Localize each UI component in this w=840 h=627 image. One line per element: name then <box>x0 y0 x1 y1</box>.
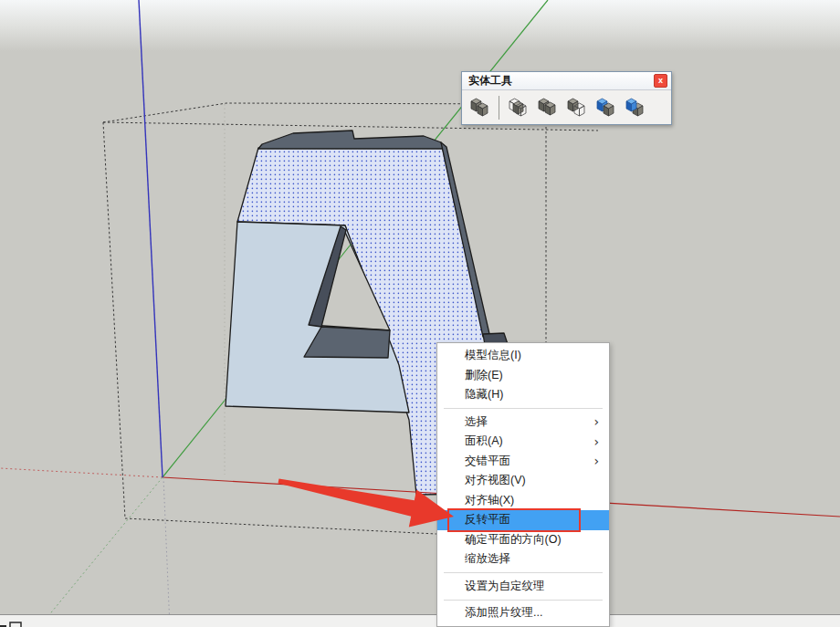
blue-axis-line <box>139 0 163 477</box>
menu-separator <box>444 600 603 601</box>
toolbar-divider <box>499 96 499 120</box>
tool-trim-button[interactable] <box>592 93 620 121</box>
toolbar-buttons <box>462 90 671 124</box>
menu-item-select[interactable]: 选择› <box>437 413 609 433</box>
chevron-right-icon: › <box>593 454 599 468</box>
close-icon[interactable]: x <box>654 74 667 88</box>
menu-item-add-photo-texture[interactable]: 添加照片纹理... <box>437 603 609 623</box>
top-face[interactable] <box>258 131 444 149</box>
intersect-icon <box>507 97 530 119</box>
menu-item-hide[interactable]: 隐藏(H) <box>437 385 609 405</box>
outer-shell-icon <box>468 97 492 119</box>
toolbar-title: 实体工具 <box>468 73 654 89</box>
solid-tools-toolbar: 实体工具 x <box>461 71 672 125</box>
context-menu: 模型信息(I) 删除(E) 隐藏(H) 选择› 面积(A)› 交错平面› 对齐视… <box>436 342 610 627</box>
green-axis-dotted <box>39 477 163 627</box>
tool-union-button[interactable] <box>533 93 562 121</box>
menu-item-zoom-selection[interactable]: 缩放选择 <box>437 549 609 570</box>
menu-item-align-axes[interactable]: 对齐轴(X) <box>437 491 609 511</box>
chevron-right-icon: › <box>593 434 599 449</box>
tool-outer-shell-button[interactable] <box>466 93 494 121</box>
menu-separator <box>444 572 603 573</box>
menu-item-orient-faces[interactable]: 确定平面的方向(O) <box>437 530 609 550</box>
model-scene <box>0 0 840 627</box>
menu-separator <box>444 408 603 409</box>
trim-icon <box>594 97 618 119</box>
menu-item-make-unique-texture[interactable]: 设置为自定纹理 <box>437 577 609 597</box>
menu-item-align-view[interactable]: 对齐视图(V) <box>437 471 609 491</box>
menu-item-area[interactable]: 面积(A)› <box>437 432 609 452</box>
subtract-icon <box>565 97 589 119</box>
tool-intersect-button[interactable] <box>504 93 532 121</box>
status-bar <box>0 614 840 627</box>
toolbar-titlebar[interactable]: 实体工具 x <box>462 72 671 90</box>
menu-item-erase[interactable]: 删除(E) <box>437 366 609 386</box>
chevron-right-icon: › <box>593 414 599 429</box>
blue-axis-dotted <box>163 477 170 627</box>
statusbar-partial-icon <box>0 619 27 627</box>
union-icon <box>536 97 560 119</box>
red-axis-dotted <box>0 468 163 477</box>
menu-item-intersect-faces[interactable]: 交错平面› <box>437 452 609 472</box>
menu-item-model-info[interactable]: 模型信息(I) <box>437 346 609 366</box>
sketchup-viewport[interactable]: 实体工具 x <box>0 0 840 627</box>
split-icon <box>624 97 647 119</box>
tool-split-button[interactable] <box>621 93 649 121</box>
tool-subtract-button[interactable] <box>562 93 591 121</box>
annotation-highlight-box <box>447 508 581 532</box>
